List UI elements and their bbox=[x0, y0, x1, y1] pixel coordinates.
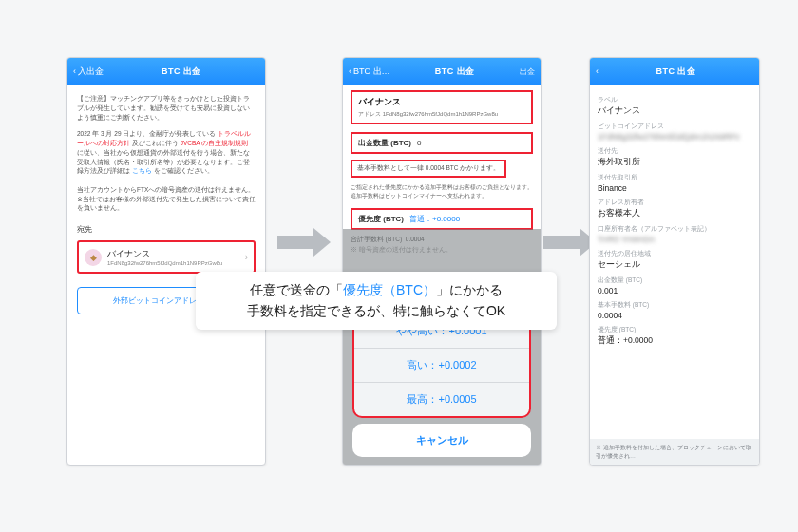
kv-basefee-value: 0.0004 bbox=[598, 311, 751, 320]
title-2: BTC 出金 bbox=[390, 66, 520, 78]
priority-option-max[interactable]: 最高：+0.0005 bbox=[354, 383, 529, 416]
footer-note: ※ 追加手数料を付加した場合、ブロックチェーンにおいて取引が優先され… bbox=[590, 439, 759, 465]
priority-option-high[interactable]: 高い：+0.0002 bbox=[354, 349, 529, 383]
chevron-left-icon: ‹ bbox=[73, 66, 76, 76]
kv-exch-label: 送付先取引所 bbox=[598, 174, 751, 182]
kv-owner-value: お客様本人 bbox=[598, 208, 751, 219]
quantity-value: 0 bbox=[417, 139, 421, 147]
dest-block: バイナンス アドレス 1FdN8g32fw276hm5fJdQdm1h1N9RP… bbox=[351, 90, 533, 124]
priority-row[interactable]: 優先度 (BTC) 普通：+0.0000 bbox=[351, 208, 533, 230]
header-1: ‹ 入出金 BTC 出金 bbox=[67, 58, 265, 85]
basefee-text: 基本手数料として一律 0.0004 BTC かかります。 bbox=[351, 160, 506, 178]
dest-name-2: バイナンス bbox=[358, 96, 525, 108]
warning-text: 【ご注意】マッチングアプリ等をきっかけとした投資トラブルが発生しています。勧誘を… bbox=[77, 94, 256, 122]
dest-address: 1FdN8g32fw276hm5fJdQdm1h1N9RPzGw8u bbox=[107, 260, 239, 266]
arrow-right-icon bbox=[277, 228, 331, 256]
back-button-1[interactable]: ‹ 入出金 bbox=[73, 66, 104, 78]
notice-block: 2022 年 3 月 29 日より、金融庁が発表している トラベルルールへの対応… bbox=[77, 129, 256, 213]
back-button-2[interactable]: ‹ BTC 出… bbox=[349, 66, 390, 78]
title-3: BTC 出金 bbox=[598, 66, 753, 78]
kv-loc-label: 送付先 bbox=[598, 147, 751, 156]
fee-note: ご指定された優先度にかかる追加手数料はお客様のご負担となります。 追加手数料はビ… bbox=[351, 183, 533, 200]
kv-addr-label: ビットコインアドレス bbox=[598, 123, 751, 131]
annotation-callout: 任意で送金の「優先度（BTC）」にかかる 手数料を指定できるが、特に触らなくてO… bbox=[196, 272, 557, 330]
quantity-row[interactable]: 出金数量 (BTC) 0 bbox=[351, 132, 533, 154]
dest-name: バイナンス bbox=[107, 248, 239, 260]
dest-label: 宛先 bbox=[77, 224, 256, 235]
kv-country-value: セーシェル bbox=[598, 259, 751, 271]
kv-loc-value: 海外取引所 bbox=[598, 157, 751, 168]
kv-amount-label: 出金数量 (BTC) bbox=[598, 276, 751, 285]
kv-label-value: バイナンス bbox=[598, 105, 751, 117]
kv-exch-value: Binance bbox=[598, 183, 751, 193]
kv-amount-value: 0.001 bbox=[598, 286, 751, 295]
phone-1: ‹ 入出金 BTC 出金 【ご注意】マッチングアプリ等をきっかけとした投資トラブ… bbox=[66, 57, 266, 466]
dest-addr-2: アドレス 1FdN8g32fw276hm5fJdQdm1h1N9RPzGw8u bbox=[358, 110, 525, 119]
chevron-left-icon: ‹ bbox=[349, 66, 352, 76]
priority-label: 優先度 (BTC) bbox=[358, 214, 404, 224]
kv-addr-value: 1FdN8g32fw276hm5fJdQdm1h1N9RPz bbox=[598, 132, 751, 142]
chevron-right-icon: › bbox=[245, 252, 248, 262]
cancel-button[interactable]: キャンセル bbox=[352, 424, 531, 457]
kv-label-label: ラベル bbox=[598, 96, 751, 104]
submit-link[interactable]: 出金 bbox=[520, 66, 535, 77]
back-label: 入出金 bbox=[78, 66, 104, 78]
phone-2: ‹ BTC 出… BTC 出金 出金 バイナンス アドレス 1FdN8g32fw… bbox=[342, 57, 542, 466]
back-label: BTC 出… bbox=[353, 66, 390, 78]
title-1: BTC 出金 bbox=[104, 66, 259, 78]
priority-value: 普通：+0.0000 bbox=[409, 214, 460, 224]
header-3: ‹ BTC 出金 bbox=[590, 58, 759, 85]
kv-country-label: 送付先の居住地域 bbox=[598, 250, 751, 258]
wallet-icon: ◆ bbox=[85, 249, 102, 266]
kv-prio-label: 優先度 (BTC) bbox=[598, 326, 751, 334]
kv-owner-label: アドレス所有者 bbox=[598, 199, 751, 207]
header-2: ‹ BTC 出… BTC 出金 出金 bbox=[343, 58, 541, 85]
phone-3: ‹ BTC 出金 ラベルバイナンス ビットコインアドレス1FdN8g32fw27… bbox=[589, 57, 760, 466]
quantity-label: 出金数量 (BTC) bbox=[358, 138, 411, 148]
kv-prio-value: 普通：+0.0000 bbox=[598, 335, 751, 347]
destination-card[interactable]: ◆ バイナンス 1FdN8g32fw276hm5fJdQdm1h1N9RPzGw… bbox=[77, 240, 256, 274]
kv-ownername-label: 口座所有者名（アルファベット表記） bbox=[598, 225, 751, 234]
kv-basefee-label: 基本手数料 (BTC) bbox=[598, 301, 751, 310]
kv-ownername-value: TARO YAMADA bbox=[598, 235, 751, 244]
